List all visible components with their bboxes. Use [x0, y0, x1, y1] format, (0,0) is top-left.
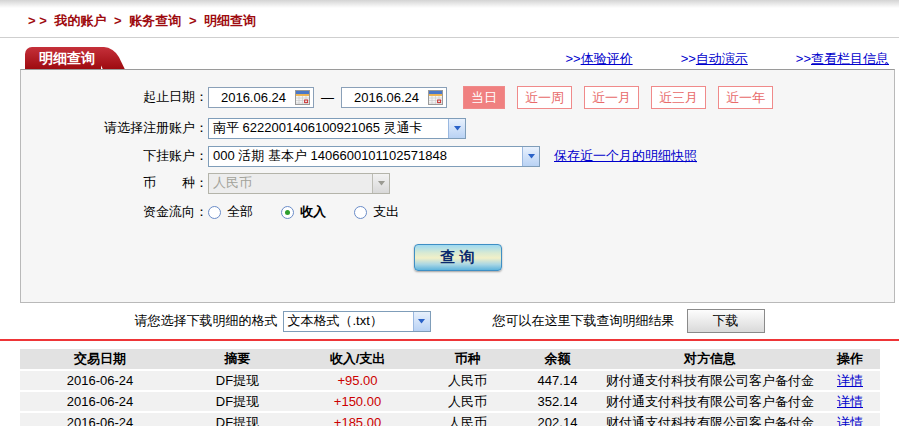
end-date-input[interactable]: 2016.06.24	[341, 87, 447, 108]
cell-action: 详情	[820, 392, 880, 411]
query-button[interactable]: 查 询	[414, 244, 502, 271]
link-prefix: >>	[796, 51, 811, 66]
red-divider	[0, 339, 899, 341]
detail-link[interactable]: 详情	[837, 394, 863, 409]
page-top-gradient	[0, 0, 899, 8]
cell-counterparty: 财付通支付科技有限公司客户备付金	[600, 371, 820, 390]
page-title-tab: 明细查询	[25, 47, 101, 69]
download-format-label: 请您选择下载明细的格式	[135, 312, 278, 330]
col-header-summary: 摘要	[180, 349, 295, 369]
cell-counterparty: 财付通支付科技有限公司客户备付金	[600, 413, 820, 426]
start-date-value: 2016.06.24	[212, 90, 295, 105]
auto-demo-link[interactable]: >>自动演示	[681, 50, 748, 68]
detail-link[interactable]: 详情	[837, 415, 863, 426]
sub-account-value: 000 活期 基本户 1406600101102571848	[209, 147, 522, 165]
download-hint: 您可以在这里下载查询明细结果	[493, 312, 675, 330]
chevron-down-icon	[413, 312, 430, 331]
registered-account-row: 请选择注册账户： 南平 6222001406100921065 灵通卡	[21, 117, 894, 139]
flow-option-label[interactable]: 支出	[373, 203, 399, 221]
cell-summary: DF提现	[180, 392, 295, 411]
col-header-currency: 币种	[420, 349, 515, 369]
link-prefix: >>	[565, 51, 580, 66]
col-header-amount: 收入/支出	[295, 349, 420, 369]
cell-summary: DF提现	[180, 413, 295, 426]
chevron-down-icon	[448, 119, 465, 138]
flow-option-income[interactable]: 收入	[281, 203, 326, 221]
registered-account-value: 南平 6222001406100921065 灵通卡	[209, 119, 448, 137]
cell-amount: +150.00	[295, 392, 420, 411]
sub-account-row: 下挂账户： 000 活期 基本户 1406600101102571848 保存近…	[21, 145, 894, 167]
cell-currency: 人民币	[420, 371, 515, 390]
currency-value: 人民币	[209, 174, 372, 192]
breadcrumb: > > 我的账户 > 账务查询 > 明细查询	[0, 8, 899, 37]
currency-select-disabled: 人民币	[208, 173, 390, 194]
chevron-down-icon	[522, 147, 539, 166]
download-button[interactable]: 下载	[687, 309, 765, 333]
breadcrumb-separator: >	[114, 13, 122, 28]
link-label: 自动演示	[696, 51, 748, 66]
quick-range-today-button[interactable]: 当日	[463, 86, 505, 109]
table-row: 2016-06-24 DF提现 +95.00 人民币 447.14 财付通支付科…	[20, 371, 880, 390]
table-row: 2016-06-24 DF提现 +150.00 人民币 352.14 财付通支付…	[20, 392, 880, 411]
query-form-panel: 起止日期： 2016.06.24 — 2016.06.24 当日 近一周	[20, 69, 895, 303]
cell-action: 详情	[820, 371, 880, 390]
cell-date: 2016-06-24	[20, 392, 180, 411]
radio-button-checked-icon[interactable]	[281, 206, 294, 219]
chevron-down-icon	[372, 174, 389, 193]
cell-counterparty: 财付通支付科技有限公司客户备付金	[600, 392, 820, 411]
sub-account-select[interactable]: 000 活期 基本户 1406600101102571848	[208, 146, 540, 167]
flow-option-expense[interactable]: 支出	[354, 203, 399, 221]
table-header-row: 交易日期 摘要 收入/支出 币种 余额 对方信息 操作	[20, 349, 880, 369]
link-prefix: >>	[681, 51, 696, 66]
col-header-counterparty: 对方信息	[600, 349, 820, 369]
flow-option-label[interactable]: 收入	[300, 203, 326, 221]
radio-button-unchecked-icon[interactable]	[208, 206, 221, 219]
calendar-icon[interactable]	[295, 90, 310, 105]
table-body: 2016-06-24 DF提现 +95.00 人民币 447.14 财付通支付科…	[20, 371, 880, 426]
date-range-label: 起止日期：	[21, 88, 208, 106]
quick-range-month-button[interactable]: 近一月	[584, 86, 639, 109]
cell-balance: 352.14	[515, 392, 600, 411]
table-row: 2016-06-24 DF提现 +185.00 人民币 202.14 财付通支付…	[20, 413, 880, 426]
cell-action: 详情	[820, 413, 880, 426]
currency-row: 币 种： 人民币	[21, 172, 894, 194]
experience-rating-link[interactable]: >>体验评价	[565, 50, 632, 68]
transaction-table: 交易日期 摘要 收入/支出 币种 余额 对方信息 操作 2016-06-24 D…	[20, 347, 880, 426]
link-label: 查看栏目信息	[811, 51, 889, 66]
col-header-date: 交易日期	[20, 349, 180, 369]
currency-label: 币 种：	[21, 174, 208, 192]
calendar-icon[interactable]	[428, 90, 443, 105]
col-header-action: 操作	[820, 349, 880, 369]
breadcrumb-separator: >	[189, 13, 197, 28]
cell-currency: 人民币	[420, 413, 515, 426]
cell-amount: +185.00	[295, 413, 420, 426]
cell-date: 2016-06-24	[20, 413, 180, 426]
quick-range-year-button[interactable]: 近一年	[718, 86, 773, 109]
fund-flow-label: 资金流向：	[21, 203, 208, 221]
breadcrumb-item-my-account[interactable]: 我的账户	[54, 13, 106, 28]
column-info-link[interactable]: >>查看栏目信息	[796, 50, 889, 68]
quick-range-week-button[interactable]: 近一周	[517, 86, 572, 109]
start-date-input[interactable]: 2016.06.24	[208, 87, 314, 108]
col-header-balance: 余额	[515, 349, 600, 369]
cell-balance: 447.14	[515, 371, 600, 390]
quick-range-quarter-button[interactable]: 近三月	[651, 86, 706, 109]
end-date-value: 2016.06.24	[345, 90, 428, 105]
date-range-row: 起止日期： 2016.06.24 — 2016.06.24 当日 近一周	[21, 86, 894, 108]
registered-account-label: 请选择注册账户：	[21, 119, 208, 137]
flow-option-all[interactable]: 全部	[208, 203, 253, 221]
download-format-value: 文本格式（.txt）	[284, 312, 413, 330]
flow-option-label[interactable]: 全部	[227, 203, 253, 221]
download-row: 请您选择下载明细的格式 文本格式（.txt） 您可以在这里下载查询明细结果 下载	[0, 303, 899, 339]
cell-currency: 人民币	[420, 392, 515, 411]
breadcrumb-arrows: > >	[28, 13, 47, 28]
breadcrumb-item-detail-query[interactable]: 明细查询	[204, 13, 256, 28]
breadcrumb-item-account-query[interactable]: 账务查询	[129, 13, 181, 28]
save-snapshot-link[interactable]: 保存近一个月的明细快照	[554, 147, 697, 165]
cell-amount: +95.00	[295, 371, 420, 390]
registered-account-select[interactable]: 南平 6222001406100921065 灵通卡	[208, 118, 466, 139]
detail-link[interactable]: 详情	[837, 373, 863, 388]
radio-button-unchecked-icon[interactable]	[354, 206, 367, 219]
download-format-select[interactable]: 文本格式（.txt）	[283, 311, 431, 332]
cell-date: 2016-06-24	[20, 371, 180, 390]
